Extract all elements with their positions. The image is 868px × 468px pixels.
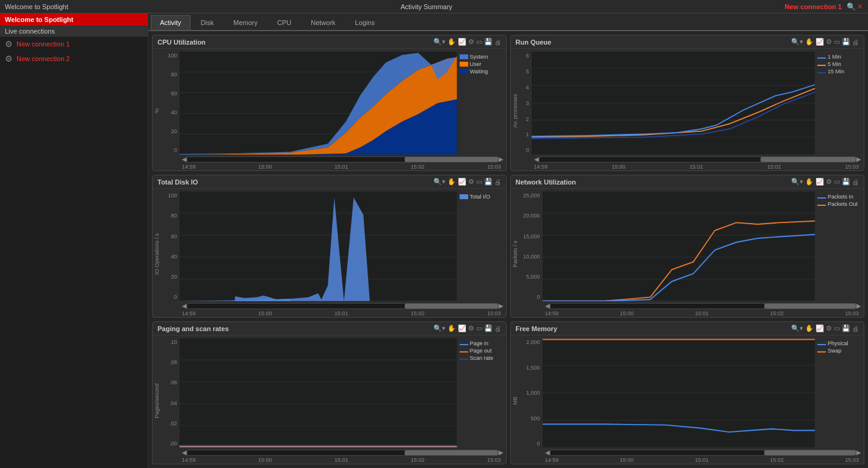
- net-hand-btn[interactable]: ✋: [805, 178, 814, 186]
- net-scroll-left[interactable]: ◀: [545, 302, 550, 309]
- zoom-btn[interactable]: 🔍▾: [433, 38, 446, 46]
- paging-scrollbar[interactable]: [187, 450, 499, 456]
- tab-memory[interactable]: Memory: [224, 15, 267, 30]
- paging-save-btn[interactable]: 💾: [484, 324, 493, 332]
- diskio-print-btn[interactable]: 🖨: [494, 178, 501, 186]
- rq-print-btn[interactable]: 🖨: [852, 38, 859, 46]
- tab-disk[interactable]: Disk: [192, 15, 223, 30]
- mem-scroll-left[interactable]: ◀: [545, 449, 550, 456]
- tab-network[interactable]: Network: [302, 15, 344, 30]
- net-zoom-btn[interactable]: 🔍▾: [791, 178, 803, 186]
- diskio-filter-btn[interactable]: ⚙: [468, 178, 474, 186]
- rq-svg-area: [532, 51, 816, 155]
- line-btn[interactable]: 📈: [458, 38, 466, 46]
- freemem-chart-controls[interactable]: 🔍▾ ✋ 📈 ⚙ ▭ 💾 🖨: [791, 324, 859, 332]
- paging-scroll-right[interactable]: ▶: [499, 449, 504, 456]
- mem-scroll-right[interactable]: ▶: [856, 449, 861, 456]
- netutil-chart-title: Network Utilization: [516, 178, 576, 186]
- paging-filter-btn[interactable]: ⚙: [468, 324, 474, 332]
- mem-print-btn[interactable]: 🖨: [852, 325, 859, 332]
- net-save-btn[interactable]: 💾: [842, 178, 850, 186]
- diskio-scrollbar[interactable]: [187, 303, 499, 309]
- net-window-btn[interactable]: ▭: [834, 178, 840, 186]
- tab-cpu[interactable]: CPU: [268, 15, 300, 30]
- rq-scroll-right[interactable]: ▶: [856, 156, 861, 163]
- new-connection-indicator: New connection 1: [784, 3, 842, 10]
- diskio-svg-area: [179, 191, 457, 301]
- freemem-legend: Physical Swap: [815, 338, 864, 448]
- paging-line-btn[interactable]: 📈: [458, 324, 466, 332]
- paging-zoom-btn[interactable]: 🔍▾: [433, 324, 446, 332]
- diskio-time-labels: 14:5915:0015:0115:0215:03: [161, 310, 506, 317]
- sidebar-item-connection1[interactable]: ⚙ New connection 1: [0, 37, 148, 51]
- charts-container: CPU Utilization 🔍▾ ✋ 📈 ⚙ ▭ 💾 🖨 %: [148, 31, 868, 468]
- rq-legend: 1 Min 5 Min 15 Min: [815, 51, 864, 155]
- diskio-hand-btn[interactable]: ✋: [447, 178, 456, 186]
- rq-save-btn[interactable]: 💾: [842, 38, 850, 46]
- rq-scroll-left[interactable]: ◀: [534, 156, 539, 163]
- mem-line-btn[interactable]: 📈: [816, 324, 824, 332]
- paging-chart-controls[interactable]: 🔍▾ ✋ 📈 ⚙ ▭ 💾 🖨: [433, 324, 501, 332]
- net-filter-btn[interactable]: ⚙: [826, 178, 832, 186]
- diskio-scroll-right[interactable]: ▶: [499, 302, 504, 309]
- mem-save-btn[interactable]: 💾: [842, 324, 850, 332]
- print-btn[interactable]: 🖨: [494, 38, 501, 46]
- rq-zoom-btn[interactable]: 🔍▾: [791, 38, 803, 46]
- paging-scroll-left[interactable]: ◀: [182, 449, 187, 456]
- mem-y-ticks: 2,0001,5001,0005000: [519, 338, 543, 448]
- rq-hand-btn[interactable]: ✋: [805, 38, 814, 46]
- paging-window-btn[interactable]: ▭: [476, 324, 482, 332]
- diskio-window-btn[interactable]: ▭: [476, 178, 482, 186]
- paging-hand-btn[interactable]: ✋: [447, 324, 456, 332]
- rq-filter-btn[interactable]: ⚙: [826, 38, 832, 46]
- tab-logins[interactable]: Logins: [346, 15, 384, 30]
- mem-zoom-btn[interactable]: 🔍▾: [791, 324, 803, 332]
- net-print-btn[interactable]: 🖨: [852, 178, 859, 186]
- app-title: Welcome to Spotlight: [5, 3, 68, 10]
- window-controls[interactable]: 🔍 ✕: [847, 2, 863, 11]
- mem-window-btn[interactable]: ▭: [834, 324, 840, 332]
- diskio-save-btn[interactable]: 💾: [484, 178, 493, 186]
- filter-btn[interactable]: ⚙: [468, 38, 474, 46]
- cpu-scroll-left[interactable]: ◀: [182, 156, 187, 163]
- rq-scrollbar[interactable]: [539, 156, 857, 163]
- diskio-line-btn[interactable]: 📈: [458, 178, 466, 186]
- cpu-y-label: %: [153, 51, 161, 170]
- paging-svg-area: [179, 338, 457, 448]
- mem-filter-btn[interactable]: ⚙: [826, 324, 832, 332]
- diskio-chart-controls[interactable]: 🔍▾ ✋ 📈 ⚙ ▭ 💾 🖨: [433, 178, 501, 186]
- cpu-scroll-right[interactable]: ▶: [499, 156, 504, 163]
- close-window-btn[interactable]: ✕: [857, 2, 863, 11]
- tab-bar: Activity Disk Memory CPU Network Logins: [148, 13, 868, 31]
- net-scrollbar[interactable]: [550, 303, 857, 309]
- svg-rect-34: [179, 338, 457, 448]
- diskio-scroll-left[interactable]: ◀: [182, 302, 187, 309]
- runqueue-chart-body: Av. processes 6543210: [511, 49, 864, 170]
- paging-chart-body: Pages/second .10.08.06.04.02.00: [153, 335, 506, 464]
- runqueue-chart-controls[interactable]: 🔍▾ ✋ 📈 ⚙ ▭ 💾 🖨: [791, 38, 859, 46]
- mem-scrollbar[interactable]: [550, 450, 857, 456]
- diskio-zoom-btn[interactable]: 🔍▾: [433, 178, 446, 186]
- hand-btn[interactable]: ✋: [447, 38, 456, 46]
- tab-activity[interactable]: Activity: [151, 15, 190, 30]
- rq-line-btn[interactable]: 📈: [816, 38, 824, 46]
- legend-swap: Swap: [817, 348, 861, 354]
- rq-window-btn[interactable]: ▭: [834, 38, 840, 46]
- cpu-chart-controls[interactable]: 🔍▾ ✋ 📈 ⚙ ▭ 💾 🖨: [433, 38, 501, 46]
- zoom-icon[interactable]: 🔍: [847, 2, 856, 11]
- cpu-utilization-panel: CPU Utilization 🔍▾ ✋ 📈 ⚙ ▭ 💾 🖨 %: [152, 35, 507, 171]
- cpu-time-labels: 14:5915:0015:0115:0215:03: [161, 163, 506, 170]
- connection1-label: New connection 1: [16, 40, 70, 48]
- cpu-scrollbar[interactable]: [187, 156, 499, 163]
- net-line-btn[interactable]: 📈: [816, 178, 824, 186]
- netutil-chart-header: Network Utilization 🔍▾ ✋ 📈 ⚙ ▭ 💾 🖨: [511, 175, 864, 189]
- net-scroll-right[interactable]: ▶: [856, 302, 861, 309]
- save-btn[interactable]: 💾: [484, 38, 493, 46]
- sidebar-item-connection2[interactable]: ⚙ New connection 2: [0, 51, 148, 66]
- rq-time-labels: 14:5915:0015:0115:0215:03: [519, 163, 864, 170]
- mem-hand-btn[interactable]: ✋: [805, 324, 814, 332]
- legend-packets-out: Packets Out: [817, 201, 861, 207]
- window-btn[interactable]: ▭: [476, 38, 482, 46]
- paging-print-btn[interactable]: 🖨: [494, 325, 501, 332]
- netutil-chart-controls[interactable]: 🔍▾ ✋ 📈 ⚙ ▭ 💾 🖨: [791, 178, 859, 186]
